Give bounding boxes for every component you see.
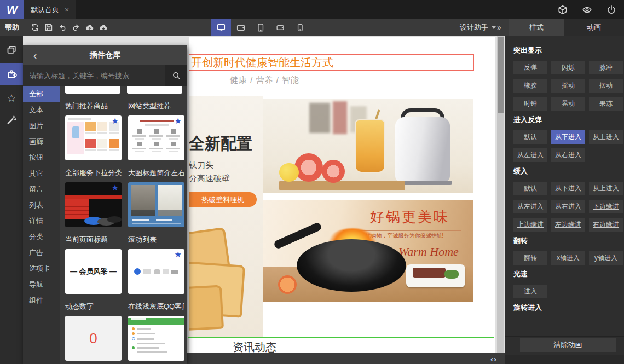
easein-left-edge-button[interactable]: 左边缘进	[551, 218, 585, 232]
clear-animation-button[interactable]: 清除动画	[520, 338, 616, 352]
device-tablet-portrait-icon[interactable]	[251, 19, 270, 36]
tab-style[interactable]: 样式	[509, 19, 564, 36]
scrollbar-thumb[interactable]	[498, 37, 504, 113]
lightspeed-in-button[interactable]: 进入	[513, 285, 547, 298]
category-button[interactable]: 按钮	[23, 149, 60, 165]
bouncein-from-top-button[interactable]: 从上进入	[589, 130, 623, 144]
page-tab[interactable]: 默认首页 ×	[24, 0, 76, 19]
tab-animation[interactable]: 动画	[564, 19, 624, 36]
flip-y-axis-button[interactable]: y轴进入	[589, 251, 623, 265]
category-gallery[interactable]: 画廊	[23, 134, 60, 149]
back-chevron-icon[interactable]: ‹	[28, 45, 42, 65]
plugin-library-panel: ‹ 插件仓库 全部 文本 图片 画廊 按钮 其它 留言 列表 详情 分类 广告 …	[23, 45, 187, 364]
topbar-actions	[558, 0, 616, 19]
tab-close-icon[interactable]: ×	[65, 5, 69, 14]
anim-bounce-button[interactable]: 反弹	[513, 61, 547, 74]
plugin-card-scroll-list[interactable]: ★	[128, 249, 184, 294]
star-badge-icon: ★	[175, 250, 182, 258]
headline-text: 开创新时代健康智能生活方式	[189, 55, 333, 70]
easein-top-edge-button[interactable]: 上边缘进	[513, 218, 547, 232]
plugin-search-input[interactable]	[23, 65, 165, 86]
anim-pulse-button[interactable]: 脉冲	[589, 61, 623, 74]
anim-swing-button[interactable]: 摆动	[589, 79, 623, 93]
category-component[interactable]: 组件	[23, 292, 60, 308]
plugin-card-dynamic-number[interactable]: 0	[65, 316, 122, 361]
device-phone-portrait-icon[interactable]	[290, 19, 310, 36]
star-badge-icon: ★	[112, 117, 119, 125]
power-exit-icon[interactable]	[606, 5, 616, 15]
easein-right-edge-button[interactable]: 右边缘进	[589, 218, 623, 232]
star-badge-icon: ★	[175, 117, 182, 125]
plugin-card-site-types[interactable]: ★	[128, 115, 184, 160]
easein-from-right-button[interactable]: 从右进入	[551, 200, 585, 213]
anim-jello-button[interactable]: 果冻	[589, 97, 623, 111]
section-flip-title: 翻转	[513, 236, 620, 246]
sidebar-pages-icon[interactable]	[0, 39, 23, 61]
code-view-icon[interactable]: ‹›	[490, 354, 497, 363]
plugin-card-hot-products[interactable]: ★	[65, 115, 122, 160]
cut-card[interactable]	[127, 86, 182, 94]
plugin-card-dropdown-nav[interactable]: ★	[65, 182, 122, 227]
category-other[interactable]: 其它	[23, 165, 60, 181]
animation-panel: 突出显示 反弹 闪烁 脉冲 橡胶 摇动 摆动 时钟 晃动 果冻 进入反弹 默认 …	[505, 36, 624, 364]
anim-clock-button[interactable]: 时钟	[513, 97, 547, 111]
bouncein-from-left-button[interactable]: 从左进入	[513, 148, 547, 162]
undo-icon[interactable]	[58, 23, 67, 32]
cloud-upload-icon[interactable]	[85, 23, 94, 32]
sidebar-magic-wand-icon[interactable]	[0, 109, 23, 131]
easein-from-bottom-button[interactable]: 从下进入	[551, 182, 585, 195]
design-assistant-dropdown[interactable]: 设计助手	[460, 19, 496, 36]
easein-from-top-button[interactable]: 从上进入	[589, 182, 623, 195]
help-button[interactable]: 帮助	[5, 19, 19, 36]
plugin-card-big-image-slider[interactable]	[128, 182, 184, 227]
refresh-icon[interactable]	[31, 23, 39, 32]
device-desktop-icon[interactable]	[211, 19, 231, 36]
canvas-scrollbar[interactable]	[497, 36, 504, 353]
easein-from-left-button[interactable]: 从左进入	[513, 200, 547, 213]
category-nav[interactable]: 导航	[23, 276, 60, 292]
category-text[interactable]: 文本	[23, 102, 60, 118]
category-classify[interactable]: 分类	[23, 229, 60, 245]
category-tabs[interactable]: 选项卡	[23, 261, 60, 276]
flip-button[interactable]: 翻转	[513, 251, 547, 265]
left-sidebar: ☆	[0, 36, 23, 364]
cut-card[interactable]	[65, 86, 120, 94]
components-cube-icon[interactable]	[558, 5, 568, 15]
plugin-card-page-title[interactable]: — 会员风采 —	[65, 249, 122, 294]
easein-bottom-edge-button[interactable]: 下边缘进	[589, 200, 623, 213]
easein-default-button[interactable]: 默认	[513, 182, 547, 195]
preview-eye-icon[interactable]	[582, 5, 592, 15]
save-icon[interactable]	[44, 23, 53, 32]
device-phone-landscape-icon[interactable]	[270, 19, 290, 36]
redo-icon[interactable]	[72, 23, 80, 32]
anim-wobble-button[interactable]: 晃动	[551, 97, 585, 111]
category-ad[interactable]: 广告	[23, 245, 60, 261]
plugin-panel-title: 插件仓库	[90, 50, 120, 60]
search-button[interactable]	[165, 65, 187, 86]
news-section-title[interactable]: 资讯动态	[233, 340, 276, 355]
anim-rubber-button[interactable]: 橡胶	[513, 79, 547, 93]
device-tablet-landscape-icon[interactable]	[231, 19, 251, 36]
bouncein-default-button[interactable]: 默认	[513, 130, 547, 144]
card-label: 当前页面标题	[65, 235, 122, 245]
flip-x-axis-button[interactable]: x轴进入	[551, 251, 585, 265]
category-list[interactable]: 列表	[23, 197, 60, 213]
anim-flash-button[interactable]: 闪烁	[551, 61, 585, 74]
bouncein-from-bottom-button[interactable]: 从下进入	[551, 130, 585, 144]
category-image[interactable]: 图片	[23, 118, 60, 134]
sidebar-plugins-icon[interactable]	[0, 63, 23, 85]
section-lightspeed-title: 光速	[513, 269, 620, 279]
category-detail[interactable]: 详情	[23, 213, 60, 229]
anim-shake-button[interactable]: 摇动	[551, 79, 585, 93]
bouncein-from-right-button[interactable]: 从右进入	[551, 148, 585, 162]
sidebar-favorites-icon[interactable]: ☆	[0, 87, 23, 109]
plugin-card-qq-service[interactable]	[128, 316, 184, 361]
category-message[interactable]: 留言	[23, 181, 60, 197]
card-label: 滚动列表	[128, 235, 184, 245]
category-all[interactable]: 全部	[23, 86, 60, 102]
headline-selected-element[interactable]: 开创新时代健康智能生活方式	[189, 54, 474, 71]
subtitle-text[interactable]: 健康 / 营养 / 智能	[230, 75, 299, 85]
section-ease-in-title: 缓入	[513, 166, 620, 176]
more-chevrons-icon[interactable]: »	[497, 19, 501, 36]
cloud-download-icon[interactable]	[99, 23, 108, 32]
